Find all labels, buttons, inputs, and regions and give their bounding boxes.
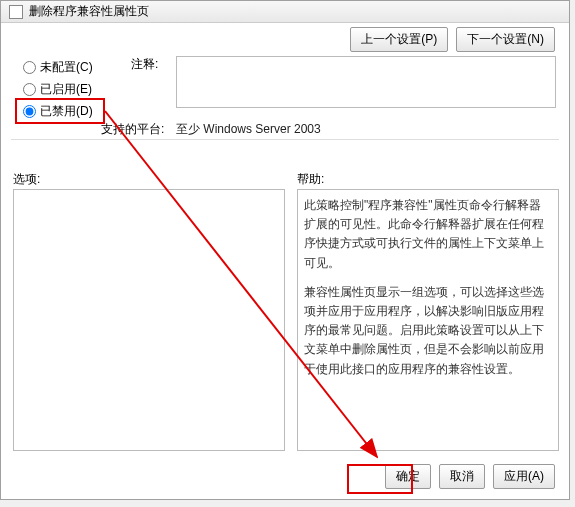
help-box: 此策略控制"程序兼容性"属性页命令行解释器扩展的可见性。此命令行解释器扩展在任何… [297, 189, 559, 451]
radio-not-configured-label: 未配置(C) [40, 59, 93, 76]
window-title: 删除程序兼容性属性页 [29, 3, 149, 20]
divider [11, 139, 559, 140]
radio-enabled-input[interactable] [23, 83, 36, 96]
nav-buttons: 上一个设置(P) 下一个设置(N) [350, 27, 555, 52]
options-box [13, 189, 285, 451]
bottom-buttons: 确定 取消 应用(A) [385, 464, 555, 489]
help-para-1: 此策略控制"程序兼容性"属性页命令行解释器扩展的可见性。此命令行解释器扩展在任何… [304, 196, 552, 273]
help-para-2: 兼容性属性页显示一组选项，可以选择这些选项并应用于应用程序，以解决影响旧版应用程… [304, 283, 552, 379]
radio-enabled[interactable]: 已启用(E) [23, 78, 93, 100]
next-setting-button[interactable]: 下一个设置(N) [456, 27, 555, 52]
help-label: 帮助: [297, 171, 324, 188]
apply-button[interactable]: 应用(A) [493, 464, 555, 489]
radio-enabled-label: 已启用(E) [40, 81, 92, 98]
platform-label: 支持的平台: [101, 121, 164, 138]
comment-input[interactable] [176, 56, 556, 108]
radio-not-configured[interactable]: 未配置(C) [23, 56, 93, 78]
prev-setting-button[interactable]: 上一个设置(P) [350, 27, 448, 52]
titlebar: 删除程序兼容性属性页 [1, 1, 569, 23]
radio-disabled-input[interactable] [23, 105, 36, 118]
app-icon [9, 5, 23, 19]
dialog-window: 删除程序兼容性属性页 上一个设置(P) 下一个设置(N) 未配置(C) 已启用(… [0, 0, 570, 500]
cancel-button[interactable]: 取消 [439, 464, 485, 489]
platform-value: 至少 Windows Server 2003 [176, 121, 321, 138]
comment-label: 注释: [131, 56, 158, 73]
radio-group: 未配置(C) 已启用(E) 已禁用(D) [23, 56, 93, 122]
radio-not-configured-input[interactable] [23, 61, 36, 74]
ok-button[interactable]: 确定 [385, 464, 431, 489]
options-label: 选项: [13, 171, 40, 188]
radio-disabled[interactable]: 已禁用(D) [23, 100, 93, 122]
radio-disabled-label: 已禁用(D) [40, 103, 93, 120]
